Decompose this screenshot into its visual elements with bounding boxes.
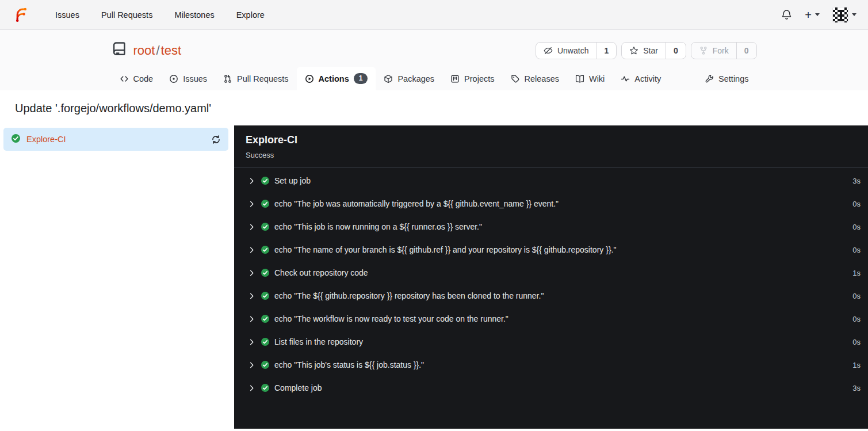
tab-code[interactable]: Code [112, 67, 162, 90]
jobs-sidebar: Explore-CI [0, 125, 234, 429]
star-label: Star [643, 46, 658, 55]
step-label: List files in the repository [274, 337, 363, 346]
step-row[interactable]: echo "The ${{ github.repository }} repos… [234, 284, 868, 307]
step-success-icon [261, 176, 270, 185]
nav-link-explore[interactable]: Explore [225, 10, 276, 20]
user-menu-button[interactable] [832, 7, 856, 23]
chevron-right-icon [248, 292, 255, 300]
package-icon [384, 74, 393, 83]
tab-pull-requests[interactable]: Pull Requests [215, 67, 296, 90]
step-success-icon [261, 222, 270, 231]
step-duration: 3s [852, 384, 861, 392]
step-success-icon [261, 383, 270, 392]
chevron-down-icon [815, 13, 820, 16]
tab-issues[interactable]: Issues [161, 67, 215, 90]
step-success-icon [261, 199, 270, 208]
job-logs-panel: Explore-CI Success Set up job 3s echo "T… [234, 125, 868, 429]
tab-wiki[interactable]: Wiki [567, 67, 613, 90]
step-success-icon [261, 291, 270, 300]
job-panel-header: Explore-CI Success [234, 125, 868, 167]
tools-icon [705, 74, 714, 83]
star-button[interactable]: Star [622, 43, 666, 59]
step-duration: 0s [852, 200, 861, 208]
tab-releases[interactable]: Releases [503, 67, 567, 90]
step-label: echo "The job was automatically triggere… [274, 199, 559, 208]
step-success-icon [261, 245, 270, 254]
step-label: echo "This job is now running on a ${{ r… [274, 222, 482, 231]
step-success-icon [261, 360, 270, 369]
job-item-explore-ci[interactable]: Explore-CI [3, 128, 228, 151]
step-label: Complete job [274, 383, 322, 392]
step-success-icon [261, 337, 270, 346]
step-duration: 3s [852, 177, 861, 185]
step-label: echo "The workflow is now ready to test … [274, 314, 508, 323]
sync-icon [211, 135, 221, 144]
top-navbar: Issues Pull Requests Milestones Explore … [0, 0, 868, 30]
steps-list: Set up job 3s echo "The job was automati… [234, 167, 868, 399]
step-row[interactable]: echo "The workflow is now ready to test … [234, 307, 868, 330]
unwatch-button[interactable]: Unwatch [536, 43, 596, 59]
step-duration: 0s [852, 315, 861, 323]
watchers-count[interactable]: 1 [596, 43, 616, 59]
navbar-links: Issues Pull Requests Milestones Explore [44, 10, 276, 20]
tab-projects[interactable]: Projects [442, 67, 502, 90]
repo-owner-link[interactable]: root [133, 43, 155, 58]
step-row[interactable]: echo "The name of your branch is ${{ git… [234, 238, 868, 261]
chevron-down-icon [852, 13, 856, 16]
tab-settings[interactable]: Settings [697, 67, 756, 90]
chevron-right-icon [248, 200, 255, 208]
job-success-icon [11, 134, 21, 145]
star-button-group: Star 0 [621, 42, 686, 59]
step-row[interactable]: Complete job 3s [234, 376, 868, 399]
step-row[interactable]: Check out repository code 1s [234, 261, 868, 284]
step-row[interactable]: echo "This job's status is ${{ job.statu… [234, 353, 868, 376]
nav-link-pull-requests[interactable]: Pull Requests [90, 10, 163, 20]
step-row[interactable]: List files in the repository 0s [234, 330, 868, 353]
chevron-right-icon [248, 384, 255, 392]
plus-icon: + [805, 9, 812, 21]
chevron-right-icon [248, 177, 255, 185]
project-board-icon [450, 74, 460, 83]
actions-run-page: Update '.forgejo/workflows/demo.yaml' Ex… [0, 90, 868, 429]
tab-packages[interactable]: Packages [376, 67, 442, 90]
step-row[interactable]: echo "The job was automatically triggere… [234, 192, 868, 215]
repo-icon [112, 41, 127, 60]
fork-button-group: Fork 0 [691, 42, 757, 59]
forks-count[interactable]: 0 [736, 43, 756, 59]
step-duration: 1s [852, 361, 861, 369]
chevron-right-icon [248, 246, 255, 254]
step-label: Set up job [274, 176, 311, 185]
tab-activity[interactable]: Activity [613, 67, 669, 90]
rerun-job-button[interactable] [211, 135, 221, 144]
step-duration: 0s [852, 223, 861, 231]
pulse-icon [621, 74, 630, 83]
fork-label: Fork [713, 46, 729, 55]
forgejo-logo-icon[interactable] [14, 7, 29, 22]
step-duration: 0s [852, 338, 861, 346]
step-duration: 0s [852, 292, 861, 300]
step-label: echo "The name of your branch is ${{ git… [274, 245, 616, 254]
unwatch-button-group: Unwatch 1 [536, 42, 617, 59]
fork-icon [699, 46, 708, 55]
step-row[interactable]: echo "This job is now running on a ${{ r… [234, 215, 868, 238]
repo-action-buttons: Unwatch 1 Star 0 [536, 42, 757, 59]
star-icon [629, 46, 638, 55]
step-success-icon [261, 268, 270, 277]
chevron-right-icon [248, 315, 255, 323]
step-duration: 1s [852, 269, 861, 277]
nav-link-milestones[interactable]: Milestones [163, 10, 225, 20]
eye-slash-icon [544, 46, 553, 55]
pull-request-icon [223, 74, 232, 83]
step-row[interactable]: Set up job 3s [234, 169, 868, 192]
tab-actions[interactable]: Actions 1 [297, 67, 376, 90]
chevron-right-icon [248, 223, 255, 231]
fork-button[interactable]: Fork [691, 43, 736, 59]
navbar-right: + [781, 7, 856, 23]
notifications-bell-icon[interactable] [781, 9, 792, 20]
chevron-right-icon [248, 338, 255, 346]
stars-count[interactable]: 0 [666, 43, 686, 59]
nav-link-issues[interactable]: Issues [44, 10, 90, 20]
job-name: Explore-CI [26, 135, 66, 144]
repo-name-link[interactable]: test [161, 43, 181, 58]
create-new-button[interactable]: + [805, 9, 820, 21]
